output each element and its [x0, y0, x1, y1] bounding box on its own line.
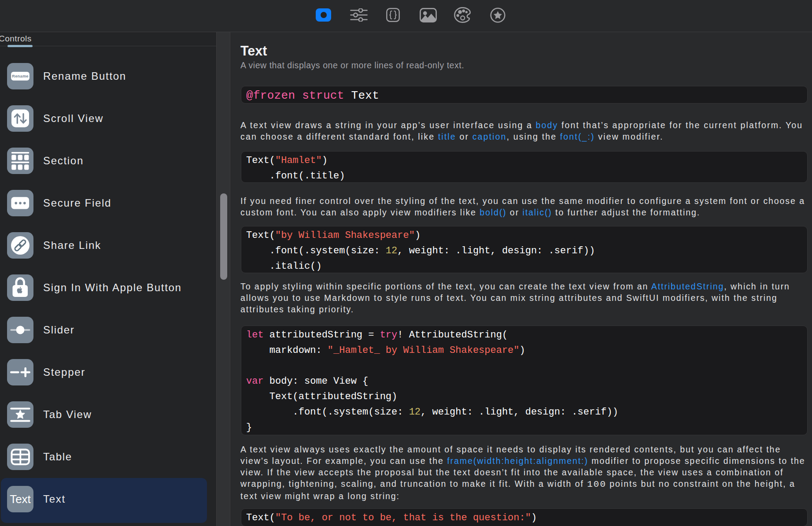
svg-text:Rename: Rename: [12, 74, 29, 78]
svg-text:Text: Text: [10, 493, 31, 506]
